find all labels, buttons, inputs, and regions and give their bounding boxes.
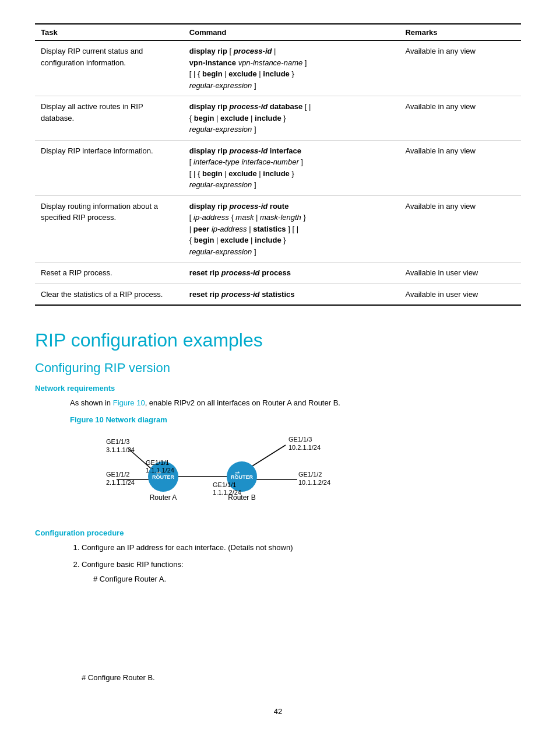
col-task: Task: [35, 24, 184, 41]
command-cell: display rip [ process-id |vpn-instance v…: [184, 41, 400, 96]
figure-title: Figure 10 Network diagram: [70, 415, 521, 424]
section-title: RIP configuration examples: [35, 329, 521, 351]
remarks-cell: Available in any view: [399, 195, 521, 262]
command-cell: reset rip process-id statistics: [184, 284, 400, 305]
config-step-1: Configure an IP address for each interfa…: [82, 542, 521, 554]
task-cell: Display RIP current status and configura…: [35, 41, 184, 96]
page-number: 42: [35, 707, 521, 716]
table-row: Display all active routes in RIP databas…: [35, 96, 521, 141]
config-steps-list: Configure an IP address for each interfa…: [82, 542, 521, 585]
command-cell: display rip process-id route[ ip-address…: [184, 195, 400, 262]
task-cell: Clear the statistics of a RIP process.: [35, 284, 184, 305]
table-row: Display routing information about a spec…: [35, 195, 521, 262]
ge-label-5: GE1/1/3: [288, 436, 312, 443]
network-diagram: ROUTER ⇌ Router A GE1/1/3 3.1.1.1/24 GE1…: [70, 431, 521, 514]
svg-text:ROUTER: ROUTER: [152, 474, 175, 480]
network-requirements-heading: Network requirements: [35, 384, 521, 393]
subsection-title: Configuring RIP version: [35, 360, 521, 376]
remarks-cell: Available in any view: [399, 96, 521, 141]
ge-sub-6: 10.1.1.2/24: [298, 479, 330, 486]
ge-label-4: GE1/1/1: [213, 481, 236, 488]
config-procedure-heading: Configuration procedure: [35, 528, 521, 537]
table-row: Display RIP interface information. displ…: [35, 140, 521, 195]
table-row: Display RIP current status and configura…: [35, 41, 521, 96]
command-cell: reset rip process-id process: [184, 262, 400, 284]
ge-sub-1: 3.1.1.1/24: [106, 446, 135, 453]
ge-sub-3: 2.1.1.1/24: [106, 479, 135, 486]
config-step-2: Configure basic RIP functions: # Configu…: [82, 559, 521, 586]
command-cell: display rip process-id database [ |{ beg…: [184, 96, 400, 141]
config-router-b: # Configure Router B.: [82, 672, 521, 684]
remarks-cell: Available in user view: [399, 262, 521, 284]
task-cell: Display all active routes in RIP databas…: [35, 96, 184, 141]
task-cell: Reset a RIP process.: [35, 262, 184, 284]
router-a-label: Router A: [150, 494, 177, 502]
ge-sub-2: 1.1.1.1/24: [146, 467, 174, 474]
text-post: , enable RIPv2 on all interfaces on Rout…: [145, 398, 340, 407]
table-row: Clear the statistics of a RIP process. r…: [35, 284, 521, 305]
figure10-link[interactable]: Figure 10: [113, 398, 145, 407]
task-cell: Display RIP interface information.: [35, 140, 184, 195]
config-router-a: # Configure Router A.: [93, 575, 166, 583]
task-cell: Display routing information about a spec…: [35, 195, 184, 262]
svg-text:⇌: ⇌: [235, 470, 240, 477]
remarks-cell: Available in any view: [399, 41, 521, 96]
ge-label-6: GE1/1/2: [298, 471, 322, 478]
config-procedure-section: Configuration procedure Configure an IP …: [35, 528, 521, 684]
svg-text:ROUTER: ROUTER: [231, 474, 254, 480]
network-requirements-section: Network requirements As shown in Figure …: [35, 384, 521, 514]
command-cell: display rip process-id interface[ interf…: [184, 140, 400, 195]
ge-label-1: GE1/1/3: [106, 438, 129, 445]
col-remarks: Remarks: [399, 24, 521, 41]
command-table: Task Command Remarks Display RIP current…: [35, 23, 521, 306]
remarks-cell: Available in user view: [399, 284, 521, 305]
ge-sub-4: 1.1.1.2/24: [213, 489, 241, 496]
ge-sub-5: 10.2.1.1/24: [288, 444, 321, 451]
col-command: Command: [184, 24, 400, 41]
network-requirements-text: As shown in Figure 10, enable RIPv2 on a…: [70, 397, 521, 410]
network-diagram-svg: ROUTER ⇌ Router A GE1/1/3 3.1.1.1/24 GE1…: [70, 431, 385, 513]
table-row: Reset a RIP process. reset rip process-i…: [35, 262, 521, 284]
text-pre: As shown in: [70, 398, 113, 407]
remarks-cell: Available in any view: [399, 140, 521, 195]
code-block-placeholder: [70, 590, 521, 672]
ge-label-2: GE1/1/1: [146, 459, 169, 466]
ge-label-3: GE1/1/2: [106, 471, 129, 478]
